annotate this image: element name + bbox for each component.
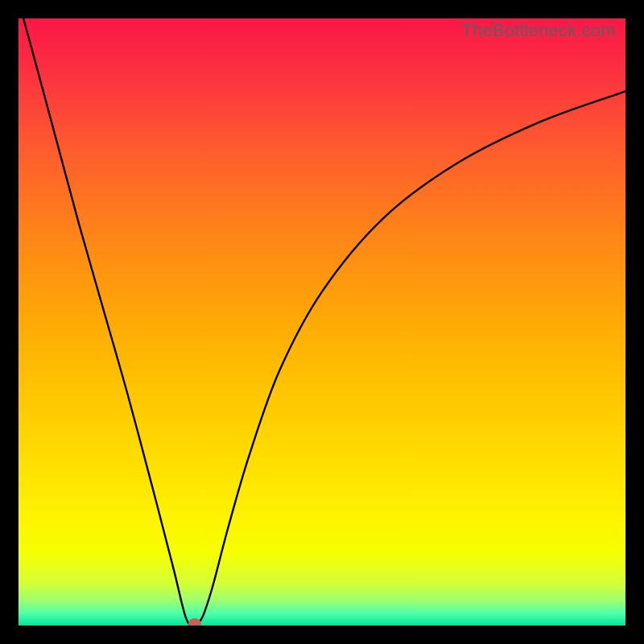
chart-frame: TheBottleneck.com <box>0 0 644 644</box>
min-marker <box>188 618 201 625</box>
plot-area: TheBottleneck.com <box>19 19 625 625</box>
curve-svg <box>19 19 625 625</box>
bottleneck-curve <box>19 19 625 625</box>
watermark-text: TheBottleneck.com <box>461 20 616 41</box>
